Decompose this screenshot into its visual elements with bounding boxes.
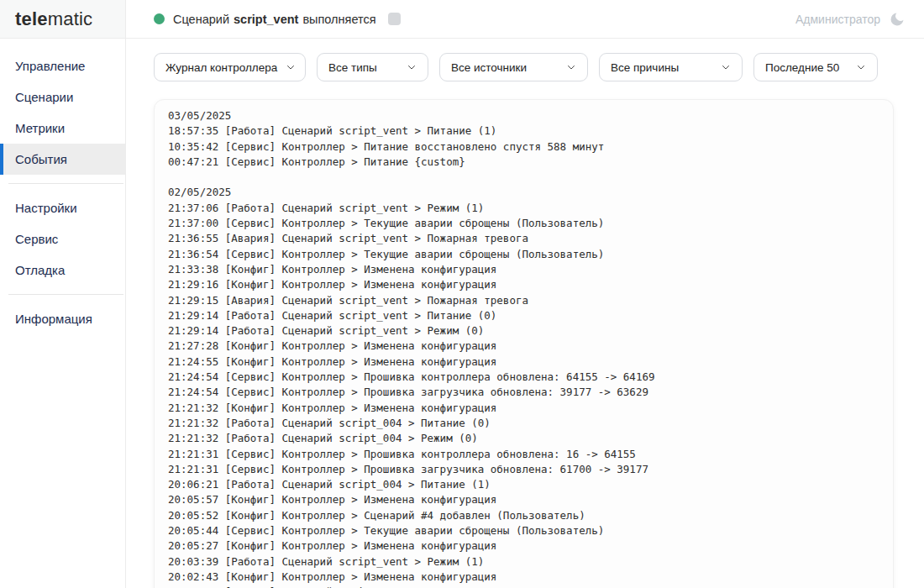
user-menu[interactable]: Администратор bbox=[795, 13, 880, 26]
sidebar: УправлениеСценарииМетрикиСобытияНастройк… bbox=[0, 39, 126, 588]
status-prefix: Сценарий bbox=[173, 13, 229, 26]
main-content: Журнал контроллераВсе типыВсе источникиВ… bbox=[126, 39, 924, 588]
scenario-status: Сценарийscript_ventвыполняется bbox=[154, 13, 401, 26]
filter-sources-select[interactable]: Все источники bbox=[439, 53, 588, 81]
filters-bar: Журнал контроллераВсе типыВсе источникиВ… bbox=[154, 53, 894, 81]
filter-journal-select[interactable]: Журнал контроллера bbox=[154, 53, 306, 81]
filter-limit-select[interactable]: Последние 50 bbox=[753, 53, 878, 81]
status-text: Сценарийscript_ventвыполняется bbox=[173, 13, 376, 26]
brand-logo: telematic bbox=[0, 0, 126, 38]
sidebar-item-management[interactable]: Управление bbox=[0, 50, 125, 81]
sidebar-item-settings[interactable]: Настройки bbox=[0, 192, 125, 223]
app-root: telematic Сценарийscript_ventвыполняется… bbox=[0, 0, 924, 588]
body-row: УправлениеСценарииМетрикиСобытияНастройк… bbox=[0, 39, 924, 588]
sidebar-item-scenarios[interactable]: Сценарии bbox=[0, 81, 125, 113]
filter-types-select[interactable]: Все типы bbox=[317, 53, 428, 81]
header-right: Администратор bbox=[795, 11, 906, 28]
sidebar-item-service[interactable]: Сервис bbox=[0, 223, 125, 255]
theme-toggle-moon-icon[interactable] bbox=[889, 11, 906, 28]
sidebar-nav: УправлениеСценарииМетрикиСобытияНастройк… bbox=[0, 50, 125, 334]
log-panel[interactable]: 03/05/2025 18:57:35 [Работа] Сценарий sc… bbox=[154, 99, 894, 588]
log-output: 03/05/2025 18:57:35 [Работа] Сценарий sc… bbox=[168, 108, 879, 588]
status-suffix: выполняется bbox=[302, 13, 375, 26]
filter-types-label: Все типы bbox=[328, 61, 377, 74]
filter-sources-label: Все источники bbox=[451, 61, 527, 74]
status-script-name: script_vent bbox=[234, 13, 298, 26]
brand-logo-regular: matic bbox=[48, 8, 93, 30]
header: telematic Сценарийscript_ventвыполняется… bbox=[0, 0, 924, 39]
filter-reasons-select[interactable]: Все причины bbox=[599, 53, 743, 81]
status-dot-icon bbox=[154, 13, 165, 24]
sidebar-item-information[interactable]: Информация bbox=[0, 303, 125, 334]
filter-journal-label: Журнал контроллера bbox=[165, 61, 277, 74]
chevron-down-icon bbox=[856, 62, 866, 72]
filter-reasons-label: Все причины bbox=[611, 61, 679, 74]
sidebar-divider bbox=[8, 183, 123, 184]
sidebar-item-events[interactable]: События bbox=[0, 144, 125, 175]
sidebar-item-debug[interactable]: Отладка bbox=[0, 255, 125, 286]
chevron-down-icon bbox=[407, 62, 417, 72]
brand-logo-bold: tele bbox=[15, 8, 48, 30]
chevron-down-icon bbox=[721, 62, 731, 72]
filter-limit-label: Последние 50 bbox=[765, 61, 839, 74]
chevron-down-icon bbox=[566, 62, 576, 72]
stop-button[interactable] bbox=[388, 13, 401, 25]
chevron-down-icon bbox=[286, 62, 296, 72]
sidebar-divider bbox=[8, 294, 123, 295]
sidebar-item-metrics[interactable]: Метрики bbox=[0, 113, 125, 144]
